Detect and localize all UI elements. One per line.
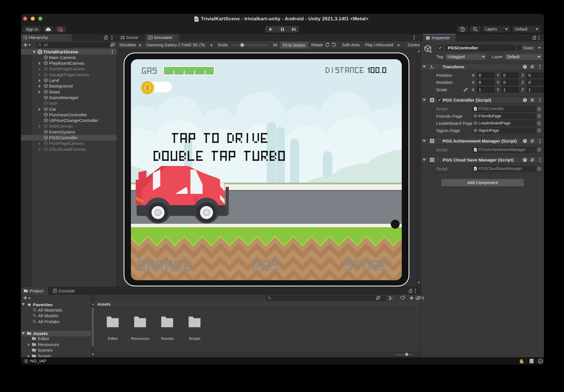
svg-text:?: ? xyxy=(524,139,526,143)
svg-text:?: ? xyxy=(524,65,526,68)
svg-text:#: # xyxy=(431,139,433,143)
svg-text:#: # xyxy=(475,168,476,170)
svg-text:#: # xyxy=(475,108,476,111)
svg-text:#: # xyxy=(431,158,433,162)
svg-text:?: ? xyxy=(524,98,526,102)
svg-text:#: # xyxy=(431,98,433,102)
svg-text:?: ? xyxy=(524,158,526,161)
svg-text:#: # xyxy=(475,148,476,151)
